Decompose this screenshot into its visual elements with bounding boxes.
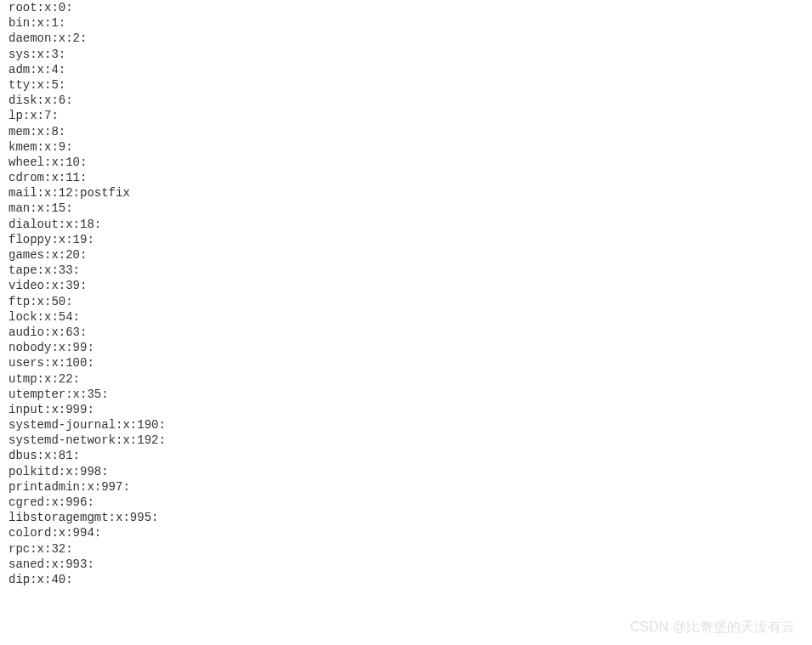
watermark-text: CSDN @比奇堡的天没有云 <box>630 619 795 637</box>
group-entry-line: rpc:x:32: <box>9 541 812 557</box>
group-entry-line: wheel:x:10: <box>9 155 812 170</box>
group-entry-line: utempter:x:35: <box>9 387 812 402</box>
group-entry-line: man:x:15: <box>9 201 812 216</box>
group-entry-line: users:x:100: <box>9 355 812 371</box>
terminal-output: root:x:0:bin:x:1:daemon:x:2:sys:x:3:adm:… <box>0 0 812 587</box>
group-entry-line: root:x:0: <box>9 0 812 15</box>
group-entry-line: libstoragemgmt:x:995: <box>9 510 812 525</box>
group-entry-line: dip:x:40: <box>9 572 812 587</box>
group-entry-line: polkitd:x:998: <box>9 464 812 479</box>
group-entry-line: utmp:x:22: <box>9 371 812 387</box>
group-entry-line: mem:x:8: <box>9 124 812 139</box>
group-entry-line: adm:x:4: <box>9 62 812 77</box>
group-entry-line: saned:x:993: <box>9 557 812 572</box>
group-entry-line: dbus:x:81: <box>9 448 812 463</box>
group-entry-line: video:x:39: <box>9 278 812 293</box>
group-entry-line: floppy:x:19: <box>9 232 812 247</box>
group-entry-line: sys:x:3: <box>9 47 812 62</box>
group-entry-line: systemd-journal:x:190: <box>9 417 812 433</box>
group-entry-line: lock:x:54: <box>9 309 812 325</box>
group-entry-line: bin:x:1: <box>9 15 812 31</box>
group-entry-line: printadmin:x:997: <box>9 479 812 495</box>
group-entry-line: colord:x:994: <box>9 525 812 540</box>
group-entry-line: audio:x:63: <box>9 325 812 340</box>
group-entry-line: tty:x:5: <box>9 77 812 93</box>
group-entry-line: tape:x:33: <box>9 263 812 278</box>
group-entry-line: ftp:x:50: <box>9 294 812 309</box>
group-entry-line: nobody:x:99: <box>9 340 812 355</box>
group-entry-line: kmem:x:9: <box>9 139 812 155</box>
group-entry-line: input:x:999: <box>9 402 812 417</box>
group-entry-line: daemon:x:2: <box>9 31 812 46</box>
group-entry-line: mail:x:12:postfix <box>9 185 812 201</box>
group-entry-line: lp:x:7: <box>9 108 812 123</box>
group-entry-line: cgred:x:996: <box>9 495 812 510</box>
group-entry-line: games:x:20: <box>9 247 812 263</box>
group-entry-line: cdrom:x:11: <box>9 170 812 185</box>
group-entry-line: disk:x:6: <box>9 93 812 108</box>
group-entry-line: systemd-network:x:192: <box>9 433 812 448</box>
group-entry-line: dialout:x:18: <box>9 217 812 232</box>
